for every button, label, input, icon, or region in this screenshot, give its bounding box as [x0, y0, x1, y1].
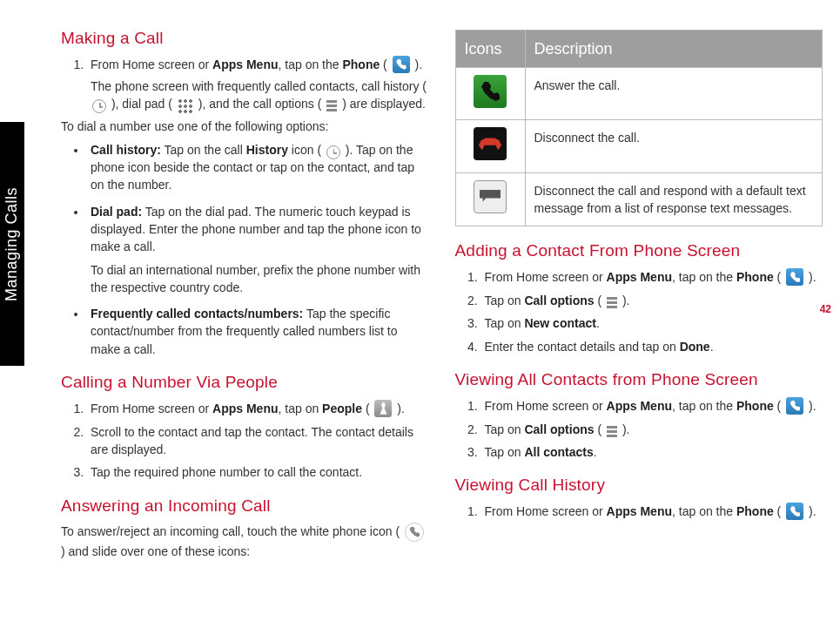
options-icon: [326, 100, 337, 112]
list-item: From Home screen or Apps Menu, tap on th…: [481, 268, 823, 287]
white-phone-icon: [405, 523, 424, 542]
calling-via-people-steps: From Home screen or Apps Menu, tap on Pe…: [61, 400, 429, 482]
desc-cell: Disconnect the call.: [525, 120, 823, 172]
table-row: Disconnect the call.: [455, 120, 823, 172]
list-item: From Home screen or Apps Menu, tap on th…: [481, 397, 823, 415]
heading-answering-call: Answering an Incoming Call: [61, 494, 429, 518]
adding-contact-steps: From Home screen or Apps Menu, tap on th…: [455, 268, 823, 355]
icon-cell: [455, 172, 525, 226]
icons-table: Icons Description Answer the call. Disco…: [455, 30, 823, 226]
desc-cell: Disconnect the call and respond with a d…: [525, 172, 823, 226]
th-icons: Icons: [455, 30, 525, 68]
viewing-contacts-steps: From Home screen or Apps Menu, tap on th…: [455, 397, 823, 462]
list-item: Scroll to the contact and tap the contac…: [87, 423, 429, 459]
list-item: From Home screen or Apps Menu, tap on Pe…: [87, 400, 429, 418]
list-item: From Home screen or Apps Menu, tap on th…: [481, 503, 823, 521]
heading-adding-contact: Adding a Contact From Phone Screen: [455, 239, 823, 263]
page-number: 42: [820, 303, 831, 315]
viewing-history-steps: From Home screen or Apps Menu, tap on th…: [455, 503, 823, 521]
side-tab-label: Managing Calls: [3, 186, 22, 300]
list-item: Tap the required phone number to call th…: [87, 463, 429, 481]
heading-making-call: Making a Call: [61, 26, 429, 51]
list-item: Tap on All contacts.: [481, 443, 823, 461]
heading-viewing-call-history: Viewing Call History: [455, 473, 823, 497]
heading-viewing-all-contacts: Viewing All Contacts from Phone Screen: [455, 368, 823, 392]
clock-icon: [92, 99, 106, 113]
left-column: Making a Call From Home screen or Apps M…: [61, 26, 429, 565]
list-item: Tap on Call options ( ).: [481, 421, 823, 438]
icon-cell: [455, 68, 525, 120]
list-item: From Home screen or Apps Menu, tap on th…: [87, 56, 429, 113]
phone-app-icon: [786, 503, 803, 520]
heading-calling-via-people: Calling a Number Via People: [61, 370, 429, 395]
phone-app-icon: [786, 268, 803, 286]
dialpad-icon: [178, 98, 193, 114]
phone-app-icon: [786, 397, 803, 415]
icon-cell: [455, 120, 525, 172]
right-column: Icons Description Answer the call. Disco…: [455, 26, 823, 565]
list-item: Call history: Tap on the call History ic…: [87, 141, 429, 194]
phone-app-icon: [393, 56, 410, 73]
list-item: Tap on New contact.: [481, 314, 823, 332]
table-row: Answer the call.: [455, 68, 823, 120]
disconnect-message-icon: [474, 180, 507, 213]
clock-icon: [326, 145, 340, 159]
table-row: Disconnect the call and respond with a d…: [455, 172, 823, 226]
side-tab: Managing Calls: [0, 122, 24, 366]
list-item: Dial pad: Tap on the dial pad. The numer…: [87, 203, 429, 296]
options-icon: [607, 297, 617, 309]
answering-call-text: To answer/reject an incoming call, touch…: [61, 523, 429, 560]
dial-options-list: Call history: Tap on the call History ic…: [61, 141, 429, 358]
list-item: Frequently called contacts/numbers: Tap …: [87, 305, 429, 358]
desc-cell: Answer the call.: [525, 68, 823, 120]
th-description: Description: [525, 30, 823, 68]
disconnect-call-icon: [474, 127, 507, 160]
table-header-row: Icons Description: [455, 30, 823, 68]
list-item: Tap on Call options ( ).: [481, 292, 823, 309]
options-icon: [607, 426, 617, 438]
people-app-icon: [374, 400, 392, 417]
answer-call-icon: [474, 75, 507, 108]
making-call-steps: From Home screen or Apps Menu, tap on th…: [61, 56, 429, 113]
list-item: Enter the contact details and tap on Don…: [481, 338, 823, 355]
dial-options-intro: To dial a number use one of the followin…: [61, 118, 429, 135]
manual-page: Managing Calls 42 Making a Call From Hom…: [0, 0, 840, 621]
